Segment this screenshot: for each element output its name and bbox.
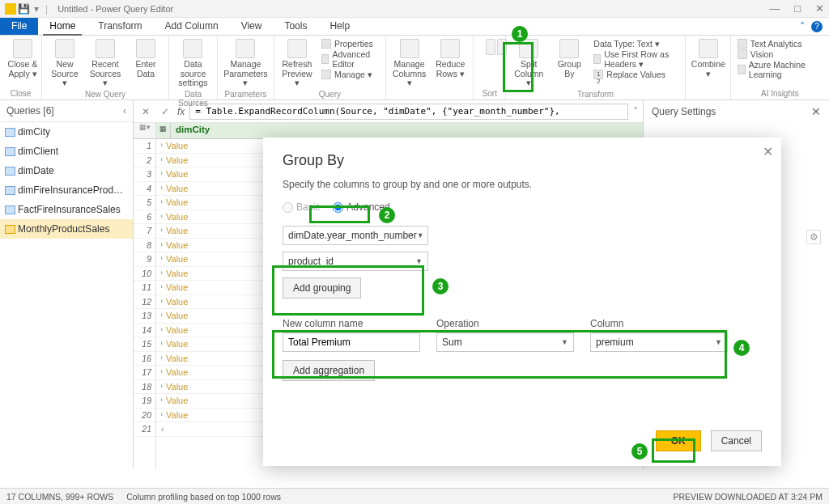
row-number: 1 bbox=[134, 139, 155, 154]
close-apply-button[interactable]: Close &Apply ▾ bbox=[6, 39, 39, 78]
advanced-editor-button[interactable]: Advanced Editor bbox=[321, 49, 379, 69]
query-item[interactable]: FactFireInsuranceSales bbox=[0, 200, 133, 219]
ribbon-group-sort: Sort bbox=[480, 89, 499, 98]
tab-addcolumn[interactable]: Add Column bbox=[154, 18, 230, 35]
formula-accept-icon[interactable]: ✓ bbox=[158, 106, 172, 117]
label-operation: Operation bbox=[436, 318, 574, 329]
enter-data-button[interactable]: Enter Data bbox=[130, 39, 162, 88]
status-columns-rows: 17 COLUMNS, 999+ ROWS bbox=[6, 492, 113, 502]
ribbon-group-query: Query bbox=[281, 90, 379, 99]
row-number: 11 bbox=[134, 281, 155, 295]
help-icon[interactable]: ? bbox=[811, 21, 823, 32]
refresh-preview-button[interactable]: Refresh Preview ▾ bbox=[281, 39, 313, 88]
tab-help[interactable]: Help bbox=[318, 18, 361, 35]
manage-columns-button[interactable]: Manage Columns ▾ bbox=[393, 39, 426, 88]
ribbon-group-newquery: New Query bbox=[49, 90, 162, 99]
ribbon: Close &Apply ▾ Close New Source ▾ Recent… bbox=[0, 36, 829, 100]
ribbon-tabs: File Home Transform Add Column View Tool… bbox=[0, 18, 829, 36]
new-source-button[interactable]: New Source ▾ bbox=[49, 39, 81, 88]
add-grouping-button[interactable]: Add grouping bbox=[283, 277, 361, 299]
query-item[interactable]: dimClient bbox=[0, 142, 133, 161]
save-icon[interactable]: 💾 bbox=[18, 3, 29, 15]
ribbon-group-close: Close bbox=[6, 89, 35, 98]
add-aggregation-button[interactable]: Add aggregation bbox=[283, 360, 375, 381]
query-item[interactable]: MonthlyProductSales bbox=[0, 219, 133, 239]
ribbon-group-datasources: Data Sources bbox=[176, 90, 210, 108]
cancel-button[interactable]: Cancel bbox=[711, 430, 762, 451]
combine-button[interactable]: Combine ▾ bbox=[692, 39, 725, 78]
row-number: 21 bbox=[134, 422, 155, 437]
row-number: 9 bbox=[134, 252, 155, 267]
queries-collapse-icon[interactable]: ‹ bbox=[123, 105, 126, 116]
row-number: 7 bbox=[134, 224, 155, 239]
properties-button[interactable]: Properties bbox=[321, 39, 379, 49]
tab-home[interactable]: Home bbox=[38, 18, 87, 35]
reduce-rows-button[interactable]: Reduce Rows ▾ bbox=[434, 39, 466, 88]
query-item[interactable]: dimDate bbox=[0, 161, 133, 180]
row-number: 16 bbox=[134, 352, 155, 366]
column-select[interactable]: premium▼ bbox=[590, 332, 728, 352]
radio-basic[interactable]: Basic bbox=[283, 201, 320, 213]
column-type-icon[interactable]: ▦ bbox=[156, 123, 171, 138]
query-settings-close-icon[interactable]: ✕ bbox=[811, 105, 821, 118]
minimize-button[interactable]: — bbox=[769, 2, 780, 15]
group-by-button[interactable]: Group By bbox=[553, 39, 585, 88]
queries-pane: Queries [6] ‹ dimCitydimClientdimDatedim… bbox=[0, 100, 134, 468]
row-number: 20 bbox=[134, 409, 155, 423]
manage-parameters-button[interactable]: Manage Parameters ▾ bbox=[224, 39, 267, 88]
data-type-button[interactable]: Data Type: Text ▾ bbox=[593, 39, 678, 49]
query-settings-header: Query Settings bbox=[652, 106, 716, 117]
recent-sources-button[interactable]: Recent Sources ▾ bbox=[89, 39, 121, 88]
radio-advanced[interactable]: Advanced bbox=[333, 201, 389, 213]
replace-values-button[interactable]: 12Replace Values bbox=[593, 70, 678, 79]
query-item[interactable]: dimFireInsuranceProducts bbox=[0, 180, 133, 200]
settings-gear-icon[interactable]: ⚙ bbox=[806, 230, 821, 244]
tab-transform[interactable]: Transform bbox=[87, 18, 153, 35]
vision-button[interactable]: Vision bbox=[738, 49, 823, 59]
maximize-button[interactable]: □ bbox=[794, 2, 801, 15]
azure-ml-button[interactable]: Azure Machine Learning bbox=[738, 60, 823, 79]
row-number: 18 bbox=[134, 380, 155, 395]
status-profiling: Column profiling based on top 1000 rows bbox=[126, 492, 281, 502]
app-icon bbox=[5, 3, 16, 15]
label-new-column: New column name bbox=[283, 318, 420, 329]
text-analytics-button[interactable]: Text Analytics bbox=[738, 39, 823, 49]
qab-dropdown-icon[interactable]: ▾ bbox=[31, 3, 42, 15]
ok-button[interactable]: OK bbox=[656, 430, 701, 451]
ribbon-group-combine bbox=[692, 89, 724, 98]
group-column-1[interactable]: dimDate.year_month_number▼ bbox=[283, 226, 428, 245]
window-title: Untitled - Power Query Editor bbox=[57, 4, 173, 14]
manage-button[interactable]: Manage ▾ bbox=[321, 70, 379, 79]
row-number: 12 bbox=[134, 295, 155, 310]
formula-input[interactable] bbox=[189, 104, 628, 120]
row-number: 2 bbox=[134, 154, 155, 168]
label-column: Column bbox=[590, 318, 728, 329]
tab-file[interactable]: File bbox=[0, 18, 38, 35]
first-row-headers-button[interactable]: Use First Row as Headers ▾ bbox=[593, 49, 678, 69]
new-column-name-input[interactable] bbox=[283, 332, 420, 352]
split-column-button[interactable]: Split Column ▾ bbox=[512, 39, 545, 88]
group-column-2[interactable]: product_id▼ bbox=[283, 252, 428, 271]
query-item[interactable]: dimCity bbox=[0, 122, 133, 142]
row-number: 5 bbox=[134, 196, 155, 210]
operation-select[interactable]: Sum▼ bbox=[436, 332, 574, 352]
column-header[interactable]: dimCity bbox=[171, 123, 215, 138]
tab-tools[interactable]: Tools bbox=[273, 18, 318, 35]
dialog-description: Specify the columns to group by and one … bbox=[283, 179, 762, 190]
row-number: 3 bbox=[134, 167, 155, 182]
collapse-ribbon-icon[interactable]: ˄ bbox=[800, 21, 805, 32]
tab-view[interactable]: View bbox=[230, 18, 274, 35]
data-source-settings-button[interactable]: Data source settings bbox=[176, 39, 210, 88]
row-number: 4 bbox=[134, 182, 155, 197]
formula-expand-icon[interactable]: ˅ bbox=[633, 106, 638, 117]
close-apply-icon bbox=[13, 39, 32, 58]
row-number: 15 bbox=[134, 337, 155, 352]
dialog-close-icon[interactable]: ✕ bbox=[763, 144, 773, 159]
row-number: 17 bbox=[134, 366, 155, 380]
row-number: 8 bbox=[134, 239, 155, 253]
row-number: 13 bbox=[134, 309, 155, 324]
queries-header: Queries [6] bbox=[6, 105, 54, 116]
formula-cancel-icon[interactable]: ✕ bbox=[138, 106, 153, 117]
close-window-button[interactable]: ✕ bbox=[815, 2, 824, 15]
row-number: 6 bbox=[134, 210, 155, 225]
